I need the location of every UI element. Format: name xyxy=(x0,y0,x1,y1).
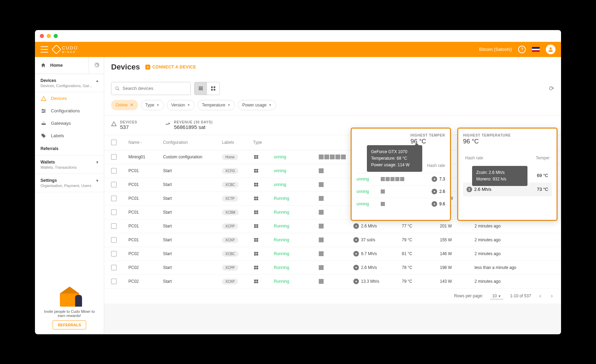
grid-view-button[interactable] xyxy=(207,82,219,95)
gpu-indicator xyxy=(319,224,353,228)
svg-rect-43 xyxy=(254,254,256,256)
sidebar: Home Devices Devices, Configurations, Ga… xyxy=(35,57,104,334)
col-name[interactable]: Name↑ xyxy=(128,140,163,145)
filter-version[interactable]: Version▼ xyxy=(167,100,195,110)
label-chip[interactable]: XCPP xyxy=(222,223,238,229)
plus-icon: + xyxy=(145,65,150,69)
sidebar-item-devices[interactable]: Devices xyxy=(35,92,104,105)
cell-config: Start xyxy=(163,224,222,228)
label-chip[interactable]: XCKP xyxy=(222,237,238,243)
windows-icon xyxy=(253,196,259,201)
svg-rect-6 xyxy=(199,86,203,87)
label-chip[interactable]: Home xyxy=(222,154,238,160)
language-flag-icon[interactable] xyxy=(532,47,540,52)
sort-asc-icon: ↑ xyxy=(140,141,142,144)
pagination: Rows per page: 10 ▼ 1-10 of 537 ‹ › xyxy=(104,289,561,304)
filter-power[interactable]: Power usage▼ xyxy=(238,100,276,110)
sidebar-home[interactable]: Home xyxy=(35,58,89,73)
sidebar-item-configurations[interactable]: Configurations xyxy=(35,105,104,117)
chevron-down-icon: ▼ xyxy=(96,160,99,164)
label-chip[interactable]: XCBC xyxy=(222,251,238,257)
row-checkbox[interactable] xyxy=(111,279,117,284)
sidebar-referrals[interactable]: Referrals xyxy=(35,142,104,156)
list-view-button[interactable] xyxy=(195,82,207,95)
svg-rect-9 xyxy=(211,86,213,88)
sidebar-settings[interactable]: Settings Organisation, Payment, Users ▼ xyxy=(35,174,104,192)
row-checkbox[interactable] xyxy=(111,251,117,256)
referral-illustration xyxy=(56,286,83,307)
cell-name: PC01 xyxy=(128,182,163,187)
row-checkbox[interactable] xyxy=(111,265,117,270)
next-page-button[interactable]: › xyxy=(550,293,554,299)
windows-icon xyxy=(253,265,259,270)
row-checkbox[interactable] xyxy=(111,196,117,201)
tag-icon xyxy=(40,133,47,139)
window-close[interactable] xyxy=(40,34,44,38)
sidebar-item-gateways[interactable]: Gateways xyxy=(35,117,104,130)
label-chip[interactable]: XCKP xyxy=(222,279,238,284)
view-toggle xyxy=(194,82,220,95)
label-chip[interactable]: XCPP xyxy=(222,265,238,271)
chevron-down-icon: ▼ xyxy=(269,103,272,107)
balance-label[interactable]: Bitcoin (Satoshi) xyxy=(479,47,512,52)
filter-type[interactable]: Type▼ xyxy=(141,100,164,110)
cell-hashrate: ●13.3 Mh/s xyxy=(353,279,402,284)
cell-config: Start xyxy=(163,182,222,187)
row-checkbox[interactable] xyxy=(111,168,117,174)
label-chip[interactable]: XCFG xyxy=(222,168,238,174)
account-icon[interactable] xyxy=(546,45,556,54)
cell-name: Mining01 xyxy=(128,155,163,159)
prev-page-button[interactable]: ‹ xyxy=(538,293,542,299)
svg-rect-18 xyxy=(256,169,258,171)
svg-rect-45 xyxy=(254,266,256,268)
col-labels[interactable]: Labels xyxy=(222,140,253,145)
sidebar-item-labels[interactable]: Labels xyxy=(35,130,104,142)
table-row[interactable]: PC02 Start XCBC Running ●9.7 Mh/s 81 °C … xyxy=(104,247,561,261)
row-checkbox[interactable] xyxy=(111,223,117,229)
col-config[interactable]: Configuration xyxy=(163,140,222,145)
label-chip[interactable]: XCTP xyxy=(222,196,238,202)
svg-rect-8 xyxy=(199,89,203,90)
table-row[interactable]: PC01 Start XCPP Running ●2.6 Mh/s 77 °C … xyxy=(104,220,561,233)
col-type[interactable]: Type xyxy=(253,140,274,145)
sidebar-devices-section[interactable]: Devices Devices, Configurations, Gat... … xyxy=(35,74,104,92)
chevron-down-icon: ▼ xyxy=(156,103,160,107)
referrals-button[interactable]: REFERRALS xyxy=(53,320,86,329)
label-chip[interactable]: XCBC xyxy=(222,182,238,188)
svg-rect-19 xyxy=(254,171,256,173)
row-checkbox[interactable] xyxy=(111,209,117,215)
windows-icon xyxy=(253,182,259,187)
row-checkbox[interactable] xyxy=(111,237,117,243)
window-maximize[interactable] xyxy=(54,34,58,38)
svg-rect-10 xyxy=(214,86,215,88)
cell-config: Start xyxy=(163,237,222,242)
table-row[interactable]: PC01 Start XCKP Running ●37 sol/s 79 °C … xyxy=(104,233,561,247)
filter-online[interactable]: Online ✕ xyxy=(111,100,138,110)
svg-rect-38 xyxy=(256,238,258,240)
cell-name: PC02 xyxy=(128,251,163,256)
logo[interactable]: CUDO MINER xyxy=(53,45,78,54)
filter-temperature[interactable]: Temperature▼ xyxy=(198,100,235,110)
select-all-checkbox[interactable] xyxy=(111,140,117,145)
chevron-down-icon: ▼ xyxy=(187,103,190,107)
svg-rect-36 xyxy=(256,226,258,228)
window-minimize[interactable] xyxy=(47,34,51,38)
svg-rect-51 xyxy=(254,282,256,283)
chart-icon xyxy=(165,121,171,128)
callout-row: unning ●9.6 xyxy=(356,198,445,210)
table-row[interactable]: PC02 Start XCKP Running ●13.3 Mh/s 79 °C… xyxy=(104,275,561,289)
rows-per-page-select[interactable]: 10 ▼ xyxy=(490,293,503,299)
connect-device-button[interactable]: + CONNECT A DEVICE xyxy=(145,65,196,69)
row-checkbox[interactable] xyxy=(111,154,117,160)
svg-rect-7 xyxy=(199,88,203,88)
help-icon[interactable]: ? xyxy=(518,46,526,53)
sidebar-wallets[interactable]: Wallets Wallets, Transactions ▼ xyxy=(35,156,104,174)
table-row[interactable]: PC02 Start XCPP Running ●2.6 Mh/s 78 °C … xyxy=(104,261,561,275)
menu-icon[interactable] xyxy=(40,46,48,53)
row-checkbox[interactable] xyxy=(111,182,117,187)
label-chip[interactable]: XCBM xyxy=(222,209,239,215)
settings-icon[interactable] xyxy=(89,57,104,74)
search-input[interactable] xyxy=(111,82,191,95)
close-icon[interactable]: ✕ xyxy=(130,102,134,108)
refresh-button[interactable]: ⟳ xyxy=(549,85,554,92)
